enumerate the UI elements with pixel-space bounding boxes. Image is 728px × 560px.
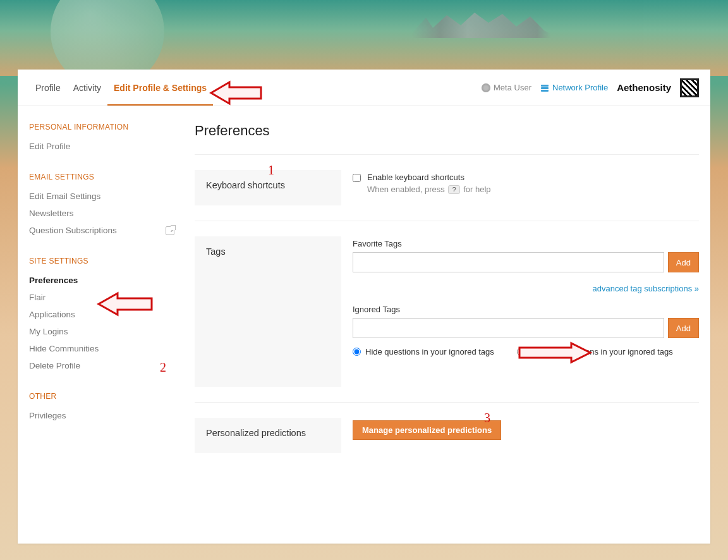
kb-help-text: When enabled, press ? for help xyxy=(367,185,491,194)
favorite-tags-label: Favorite Tags xyxy=(353,239,699,248)
sidebar-item-delete-profile[interactable]: Delete Profile xyxy=(29,357,186,374)
network-profile-link[interactable]: Network Profile xyxy=(540,83,608,92)
radio-gray-input[interactable] xyxy=(517,348,525,356)
network-profile-label: Network Profile xyxy=(552,83,608,92)
profile-settings-card: Profile Activity Edit Profile & Settings… xyxy=(18,70,710,544)
globe-icon xyxy=(482,83,490,92)
avatar[interactable] xyxy=(680,78,699,97)
advanced-tag-subs-link[interactable]: advanced tag subscriptions » xyxy=(593,284,699,293)
tab-profile[interactable]: Profile xyxy=(29,70,67,106)
sidebar-item-edit-email[interactable]: Edit Email Settings xyxy=(29,188,186,205)
question-key-icon: ? xyxy=(448,185,459,194)
sidebar-heading-other: OTHER xyxy=(29,392,186,401)
sidebar-heading-personal: PERSONAL INFORMATION xyxy=(29,123,186,131)
radio-hide-input[interactable] xyxy=(353,348,361,356)
stack-icon xyxy=(540,83,549,92)
sidebar-item-my-logins[interactable]: My Logins xyxy=(29,323,186,340)
profile-tab-bar: Profile Activity Edit Profile & Settings… xyxy=(18,70,710,106)
add-ignored-tag-button[interactable]: Add xyxy=(668,318,699,338)
section-label-tags: Tags xyxy=(195,236,341,387)
ignored-tags-label: Ignored Tags xyxy=(353,305,699,314)
meta-user-link[interactable]: Meta User xyxy=(482,83,531,92)
enable-kb-label: Enable keyboard shortcuts xyxy=(367,173,491,182)
page-title: Preferences xyxy=(195,123,699,139)
section-label-predictions: Personalized predictions xyxy=(195,418,341,453)
username-display: Aethenosity xyxy=(617,82,671,93)
radio-hide-ignored[interactable]: Hide questions in your ignored tags xyxy=(353,347,494,356)
tab-edit-profile-settings[interactable]: Edit Profile & Settings xyxy=(107,70,213,106)
add-favorite-tag-button[interactable]: Add xyxy=(668,252,699,272)
sidebar-item-preferences[interactable]: Preferences xyxy=(29,272,186,289)
favorite-tags-input[interactable] xyxy=(353,252,664,272)
sidebar-heading-site: SITE SETTINGS xyxy=(29,257,186,265)
sidebar-item-newsletters[interactable]: Newsletters xyxy=(29,205,186,222)
section-label-keyboard: Keyboard shortcuts xyxy=(195,170,341,205)
sidebar-item-edit-profile[interactable]: Edit Profile xyxy=(29,138,186,155)
manage-predictions-button[interactable]: Manage personalized predictions xyxy=(353,420,501,440)
sidebar-item-hide-communities[interactable]: Hide Communities xyxy=(29,340,186,357)
sidebar-item-privileges[interactable]: Privileges xyxy=(29,407,186,424)
radio-gray-ignored[interactable]: Gray out questions in your ignored tags xyxy=(517,347,673,356)
external-link-icon xyxy=(166,226,174,235)
preferences-main: Preferences Keyboard shortcuts Enable ke… xyxy=(186,123,699,468)
tab-activity[interactable]: Activity xyxy=(67,70,107,106)
sidebar-item-flair[interactable]: Flair xyxy=(29,289,186,306)
sidebar-item-question-subs[interactable]: Question Subscriptions xyxy=(29,222,186,239)
settings-sidebar: PERSONAL INFORMATION Edit Profile EMAIL … xyxy=(29,123,186,468)
background-banner xyxy=(0,0,728,76)
enable-kb-checkbox[interactable] xyxy=(353,174,361,182)
sidebar-item-applications[interactable]: Applications xyxy=(29,306,186,323)
ignored-tags-input[interactable] xyxy=(353,318,664,338)
meta-user-label: Meta User xyxy=(494,83,531,92)
sidebar-heading-email: EMAIL SETTINGS xyxy=(29,173,186,181)
